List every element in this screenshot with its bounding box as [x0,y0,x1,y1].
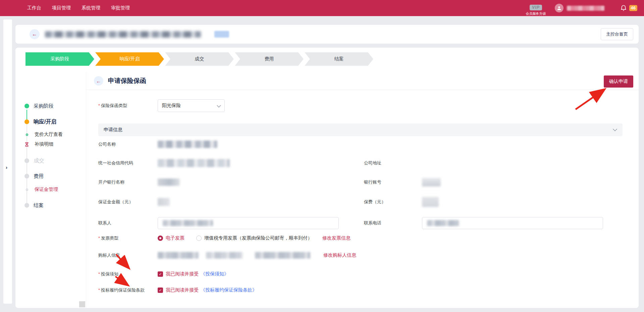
bidder-info-redacted [206,252,243,259]
back-arrow-icon: ← [32,31,37,37]
field-label: 公司名称 [98,141,158,147]
row-contacts: 联系人 联系电话 [98,217,624,229]
row-bank: 开户银行名称 银行账号 [98,178,624,187]
premium-redacted [422,197,439,207]
modify-bidder-link[interactable]: 修改购标人信息 [323,252,356,258]
field-label: 投标履约保证保险条款 [98,287,158,293]
form-area: ← 申请保险保函 确认申请 保险保函类型 阳光保险 申请信息 公司名称 [86,72,639,308]
select-value: 阳光保险 [162,103,181,109]
bell-icon[interactable] [620,4,627,12]
field-label: 联系人 [98,220,158,226]
back-arrow-icon: ← [96,78,101,84]
pending-dot-icon [24,203,29,208]
row-company-name: 公司名称 [98,141,624,148]
page-title: 申请保险保函 [108,76,146,85]
step-fee[interactable]: 费用 [235,52,304,66]
contact-person-input[interactable] [158,217,339,229]
insurance-type-select[interactable]: 阳光保险 [158,99,225,112]
top-navbar: 工作台 项目管理 系统管理 审批管理 VIP 会员服务升级 46 [0,0,644,16]
credit-code-redacted [158,159,230,167]
check-icon: ✓ [159,272,162,276]
row-bidder-info: 购标人信息 修改购标人信息 [98,252,624,259]
user-icon [557,6,561,10]
phase-steps: 采购阶段 响应/开启 成交 费用 结案 [25,52,374,66]
vip-upgrade[interactable]: VIP 会员服务升级 [526,5,546,16]
contact-phone-input[interactable] [422,217,603,229]
field-label: 银行账号 [364,179,422,185]
agreement-text: 我已阅读并接受 [166,271,199,277]
ring-icon [26,189,28,191]
bidder-info-redacted [255,252,310,259]
done-dot-icon [24,104,29,108]
step-response-open[interactable]: 响应/开启 [95,52,164,66]
field-label: 购标人信息 [98,252,158,258]
field-label: 保费（元） [364,199,422,205]
field-label: 发票类型 [98,235,158,241]
row-performance-clause: 投标履约保证保险条款 ✓ 我已阅读并接受 《投标履约保证保险条款》 [98,287,624,293]
bank-name-redacted [158,178,180,186]
bank-account-redacted [422,178,441,187]
notification-badge[interactable]: 46 [629,5,637,11]
username-redacted [567,6,604,11]
field-label: 保证金金额（元） [98,199,158,205]
scrollbar-thumb[interactable] [79,301,85,307]
nav-item-system-management[interactable]: 系统管理 [79,5,102,11]
collapsed-panel-strip: › [3,19,12,304]
expand-panel-chevron-icon[interactable]: › [6,164,7,170]
row-credit-code-address: 统一社会信用代码 公司地址 [98,159,624,167]
main-card: 采购阶段 响应/开启 成交 费用 结案 采购阶段 响应/开启 竞价大厅查看 补填 [15,48,639,308]
active-dot-icon [24,119,29,124]
chevron-down-icon [217,103,221,108]
performance-clause-checkbox[interactable]: ✓ [158,288,163,293]
insure-notice-link[interactable]: 《投保须知》 [201,271,229,277]
breadcrumb-bar: ← 主控台首页 [15,25,639,44]
field-label: 保险保函类型 [98,103,158,109]
project-title-redacted [45,31,201,38]
step-close[interactable]: 结案 [305,52,373,66]
timeline-connector-done [26,110,27,120]
nav-menu: 工作台 项目管理 系统管理 审批管理 [25,0,132,16]
insure-notice-checkbox[interactable]: ✓ [158,271,163,277]
bidder-info-redacted [158,252,199,259]
form-title-row: ← 申请保险保函 确认申请 [86,72,639,90]
nav-item-approval-management[interactable]: 审批管理 [109,5,132,11]
pending-dot-icon [24,158,29,163]
form-body: 保险保函类型 阳光保险 申请信息 公司名称 统一社会信用代码 公司地址 [86,90,639,293]
contact-person-redacted [163,220,213,226]
nav-item-project-management[interactable]: 项目管理 [50,5,73,11]
field-label: 开户银行名称 [98,179,158,185]
project-status-badge-redacted [214,31,229,38]
console-home-button[interactable]: 主控台首页 [601,28,633,40]
avatar[interactable] [555,4,564,12]
form-back-button[interactable]: ← [94,76,103,86]
stage-sidebar: 采购阶段 响应/开启 竞价大厅查看 补填明细 成交 费用 [15,72,86,308]
nav-item-workbench[interactable]: 工作台 [25,5,43,11]
row-invoice-type: 发票类型 电子发票 增值税专用发票（发票由保险公司邮寄，顺丰到付） 修改发票信息 [98,235,624,241]
row-insure-notice: 投保须知 ✓ 我已阅读并接受 《投保须知》 [98,271,624,277]
row-amounts: 保证金金额（元） 保费（元） [98,197,624,207]
ring-icon [26,134,28,136]
field-label: 联系电话 [364,220,422,226]
radio-electronic-invoice[interactable] [158,236,163,241]
row-insurance-type: 保险保函类型 阳光保险 [98,99,624,112]
pending-dot-icon [24,174,29,178]
radio-label[interactable]: 增值税专用发票（发票由保险公司邮寄，顺丰到付） [204,235,312,241]
chevron-down-icon [613,127,617,131]
confirm-apply-button[interactable]: 确认申请 [604,75,633,88]
deposit-amount-redacted [158,198,170,206]
radio-label[interactable]: 电子发票 [166,235,184,241]
company-name-redacted [158,141,217,148]
field-label: 统一社会信用代码 [98,160,158,166]
step-procurement[interactable]: 采购阶段 [25,52,94,66]
section-title: 申请信息 [104,127,122,133]
nav-right-cluster: VIP 会员服务升级 46 [526,0,637,16]
back-button[interactable]: ← [30,29,40,39]
modify-invoice-link[interactable]: 修改发票信息 [322,235,351,241]
vip-icon: VIP [530,5,542,10]
check-icon: ✓ [159,288,162,293]
field-label: 公司地址 [364,160,422,166]
performance-clause-link[interactable]: 《投标履约保证保险条款》 [201,287,257,293]
step-deal[interactable]: 成交 [165,52,234,66]
section-application-info[interactable]: 申请信息 [98,123,623,136]
radio-vat-invoice[interactable] [196,236,202,241]
